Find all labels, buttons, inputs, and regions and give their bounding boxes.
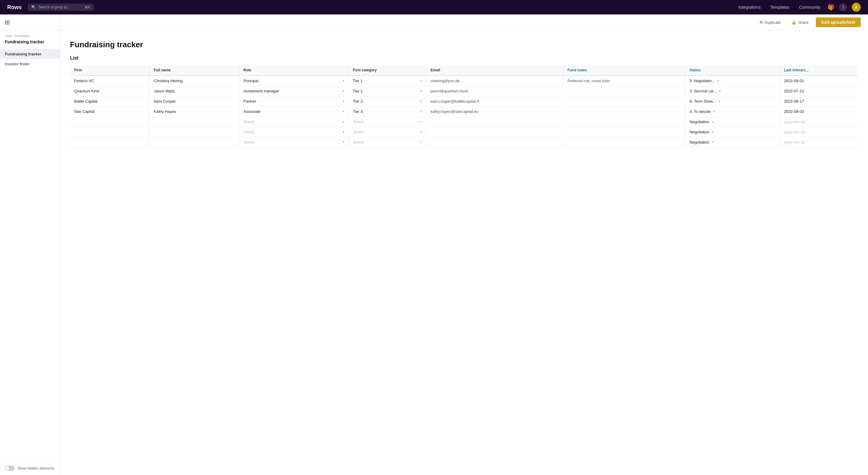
gift-icon[interactable]: 🎁 (828, 4, 834, 10)
duplicate-label: Duplicate (764, 20, 781, 25)
cell-firm[interactable]: Battle Capital (70, 96, 150, 107)
sidebar-nav: Fundraising tracker Investor finder (0, 48, 60, 461)
search-bar[interactable]: 🔍 Search or jump to... ⌘K (28, 4, 94, 11)
cell-firm-category[interactable]: Tier 1 ▾ (348, 75, 426, 86)
hidden-elements-label: Show hidden elements (18, 466, 54, 471)
cell-role[interactable]: Principal ▾ (239, 75, 348, 86)
cell-status[interactable]: 4. To decide ▾ (685, 107, 780, 117)
cell-status[interactable]: 3. Second cal... ▾ (685, 86, 780, 96)
avatar[interactable]: A (852, 3, 861, 12)
cell-full-name[interactable]: Jason Waltz (150, 86, 239, 96)
cell-role[interactable]: Select ▾ (239, 137, 348, 147)
table-row: Select ▾Select ▾Negotiation ▾yyyy-mm-dd (70, 127, 858, 137)
help-icon[interactable]: ? (839, 3, 847, 11)
cell-fund-notes[interactable]: Preferred role, round sizes (563, 75, 685, 86)
main-content: ⧉ Duplicate 🔒 Share Edit spreadsheet Fun… (60, 14, 868, 475)
cell-last-interaction[interactable]: 2022-08-03 (780, 107, 858, 117)
cell-fund-notes[interactable] (563, 96, 685, 107)
app-logo[interactable]: Rows (7, 4, 22, 10)
table-wrapper: Firm Full name Role Firm category Email … (70, 65, 858, 147)
cell-firm-category[interactable]: Tier 3 ▾ (348, 107, 426, 117)
duplicate-icon: ⧉ (760, 20, 763, 25)
col-status: Status (685, 65, 780, 75)
cell-role[interactable]: Select ▾ (239, 117, 348, 127)
nav-community[interactable]: Community (799, 5, 820, 10)
cell-last-interaction[interactable]: 2022-08-01 (780, 75, 858, 86)
cell-firm[interactable] (70, 127, 150, 137)
sidebar: ⊞ rows / Templates Fundraising tracker F… (0, 14, 60, 475)
col-fund-notes: Fund notes (563, 65, 685, 75)
cell-full-name[interactable]: Kathy Hayes (150, 107, 239, 117)
cell-last-interaction[interactable]: 2022-08-17 (780, 96, 858, 107)
table-row: Battle CapitalSam CooperPartner ▾Tier 2 … (70, 96, 858, 107)
table-header-row: Firm Full name Role Firm category Email … (70, 65, 858, 75)
cell-firm[interactable] (70, 117, 150, 127)
share-label: Share (798, 20, 809, 25)
cell-last-interaction[interactable]: yyyy-mm-dd (780, 127, 858, 137)
table-row: Preteris VCChristina HeiringPrincipal ▾T… (70, 75, 858, 86)
cell-role[interactable]: Partner ▾ (239, 96, 348, 107)
cell-firm-category[interactable]: Tier 2 ▾ (348, 96, 426, 107)
cell-full-name[interactable]: Christina Heiring (150, 75, 239, 86)
cell-email[interactable] (426, 117, 563, 127)
duplicate-button[interactable]: ⧉ Duplicate (756, 18, 784, 27)
col-firm-category: Firm category (348, 65, 426, 75)
page-title: Fundraising tracker (70, 40, 858, 49)
cell-email[interactable]: sam.cooper@battlecapital.fr (426, 96, 563, 107)
cell-email[interactable]: kathy.hayes@starcapital.eu (426, 107, 563, 117)
cell-fund-notes[interactable] (563, 107, 685, 117)
cell-firm[interactable] (70, 137, 150, 147)
sidebar-item-fundraising-tracker[interactable]: Fundraising tracker (0, 49, 60, 59)
header-bar: ⧉ Duplicate 🔒 Share Edit spreadsheet (60, 14, 868, 30)
cell-role[interactable]: Select ▾ (239, 127, 348, 137)
cell-firm-category[interactable]: Select ▾ (348, 117, 426, 127)
col-full-name: Full name (150, 65, 239, 75)
cell-role[interactable]: Associate ▾ (239, 107, 348, 117)
breadcrumb: rows / Templates (0, 30, 60, 39)
cell-status[interactable]: Negotiation ▾ (685, 117, 780, 127)
search-placeholder: Search or jump to... (38, 5, 70, 9)
col-firm: Firm (70, 65, 150, 75)
edit-spreadsheet-button[interactable]: Edit spreadsheet (816, 18, 861, 27)
cell-firm-category[interactable]: Select ▾ (348, 127, 426, 137)
search-shortcut: ⌘K (84, 5, 90, 9)
sidebar-title: Fundraising tracker (0, 39, 60, 48)
cell-full-name[interactable] (150, 117, 239, 127)
cell-status[interactable]: Negotiation ▾ (685, 137, 780, 147)
top-nav: Rows 🔍 Search or jump to... ⌘K Integrati… (0, 0, 868, 14)
cell-firm[interactable]: Quantum fund (70, 86, 150, 96)
cell-status[interactable]: 6. Term Shee... ▾ (685, 96, 780, 107)
cell-full-name[interactable] (150, 127, 239, 137)
nav-integrations[interactable]: Integrations (738, 5, 761, 10)
cell-firm-category[interactable]: Select ▾ (348, 137, 426, 147)
cell-email[interactable] (426, 137, 563, 147)
cell-email[interactable]: jason@quantum.fund (426, 86, 563, 96)
cell-status[interactable]: 5. Negotiatin... ▾ (685, 75, 780, 86)
cell-firm-category[interactable]: Tier 1 ▾ (348, 86, 426, 96)
cell-full-name[interactable] (150, 137, 239, 147)
cell-fund-notes[interactable] (563, 137, 685, 147)
share-button[interactable]: 🔒 Share (788, 19, 812, 27)
hidden-elements-toggle[interactable] (5, 466, 14, 471)
share-icon: 🔒 (792, 20, 796, 25)
cell-fund-notes[interactable] (563, 117, 685, 127)
section-title: List (70, 56, 858, 61)
sidebar-item-investor-finder[interactable]: Investor finder (0, 59, 60, 69)
cell-email[interactable]: cheiring@pvc.de (426, 75, 563, 86)
cell-full-name[interactable]: Sam Cooper (150, 96, 239, 107)
table-icon[interactable]: ⊞ (0, 14, 60, 30)
col-email: Email (426, 65, 563, 75)
cell-last-interaction[interactable]: 2022-07-12 (780, 86, 858, 96)
cell-firm[interactable]: Star Capital (70, 107, 150, 117)
cell-fund-notes[interactable] (563, 86, 685, 96)
cell-last-interaction[interactable]: yyyy-mm-dd (780, 137, 858, 147)
cell-last-interaction[interactable]: yyyy-mm-dd (780, 117, 858, 127)
cell-fund-notes[interactable] (563, 127, 685, 137)
cell-email[interactable] (426, 127, 563, 137)
cell-role[interactable]: Investment manager ▾ (239, 86, 348, 96)
page-content: Fundraising tracker List Firm Full name … (60, 30, 868, 147)
cell-firm[interactable]: Preteris VC (70, 75, 150, 86)
cell-status[interactable]: Negotiation ▾ (685, 127, 780, 137)
col-last-interaction: Last interact... (780, 65, 858, 75)
nav-templates[interactable]: Templates (770, 5, 789, 10)
